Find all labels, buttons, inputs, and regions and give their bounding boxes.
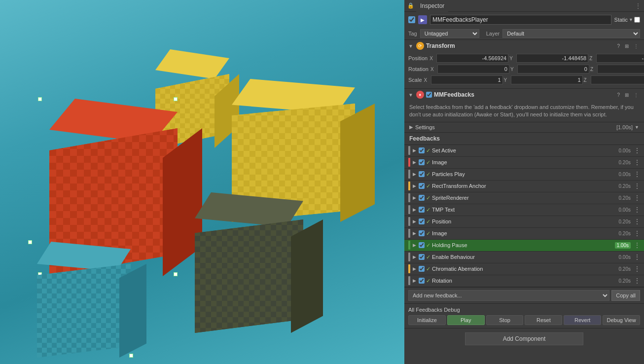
feedback-menu-icon[interactable]: ⋮	[634, 265, 640, 272]
feedback-item[interactable]: ▶ ✓ Holding Pause 1.00s ⋮	[404, 240, 644, 252]
feedback-item[interactable]: ▶ ✓ Position 0.20s ⋮	[404, 216, 644, 228]
feedback-menu-icon[interactable]: ⋮	[634, 230, 640, 237]
feedback-menu-icon[interactable]: ⋮	[634, 254, 640, 260]
feedback-checkbox[interactable]	[419, 230, 425, 236]
feedback-color-strip	[408, 170, 410, 179]
feedback-menu-icon[interactable]: ⋮	[634, 242, 640, 249]
dots-menu-icon[interactable]: ⋮	[635, 2, 641, 9]
feedback-item[interactable]: ▶ ✓ Enable Behaviour 0.00s ⋮	[404, 252, 644, 263]
reset-button[interactable]: Reset	[525, 315, 562, 325]
feedback-item[interactable]: ▶ ✓ Set Active 0.00s ⋮	[404, 145, 644, 157]
layer-select[interactable]: Default	[502, 29, 640, 38]
feedback-expand-icon[interactable]: ▶	[412, 160, 417, 165]
scale-x-input[interactable]	[431, 75, 503, 84]
feedback-menu-icon[interactable]: ⋮	[634, 206, 640, 213]
feedback-menu-icon[interactable]: ⋮	[634, 159, 640, 166]
play-button[interactable]: Play	[447, 315, 485, 325]
feedback-checkbox[interactable]	[419, 159, 425, 165]
mmfeedbacks-enabled-checkbox[interactable]	[426, 92, 432, 98]
mmfeedbacks-settings-btn[interactable]: ⊞	[623, 92, 630, 98]
feedback-checkbox[interactable]	[419, 278, 425, 284]
inspector-tab[interactable]: Inspector	[416, 0, 448, 12]
cube-teal[interactable]	[30, 242, 143, 360]
add-feedback-select[interactable]: Add new feedback...	[408, 290, 609, 301]
feedback-item[interactable]: ▶ ✓ Chromatic Aberration 0.20s ⋮	[404, 263, 644, 275]
feedback-expand-icon[interactable]: ▶	[412, 207, 417, 212]
pos-y-input[interactable]	[516, 54, 588, 63]
feedback-menu-icon[interactable]: ⋮	[634, 194, 640, 201]
rot-y-axis: Y	[510, 67, 516, 72]
stop-button[interactable]: Stop	[486, 315, 524, 325]
transform-fold-arrow: ▼	[408, 43, 413, 49]
feedback-expand-icon[interactable]: ▶	[412, 278, 417, 283]
feedback-expand-icon[interactable]: ▶	[412, 183, 417, 188]
add-component-button[interactable]: Add Component	[465, 332, 583, 345]
mmfeedbacks-menu-btn[interactable]: ⋮	[632, 92, 640, 98]
feedback-checkbox[interactable]	[419, 147, 425, 153]
settings-fold-icon: ▶	[409, 124, 413, 130]
revert-button[interactable]: Revert	[564, 315, 601, 325]
feedback-item[interactable]: ▶ ✓ Particles Play 0.00s ⋮	[404, 169, 644, 181]
feedback-menu-icon[interactable]: ⋮	[634, 277, 640, 284]
feedback-expand-icon[interactable]: ▶	[412, 255, 417, 259]
feedback-checkbox[interactable]	[419, 218, 425, 224]
feedback-expand-icon[interactable]: ▶	[412, 231, 417, 236]
feedback-item[interactable]: ▶ ✓ Rotation 0.20s ⋮	[404, 275, 644, 287]
feedback-checkmark-icon: ✓	[426, 183, 430, 189]
feedback-item[interactable]: ▶ ✓ RectTransform Anchor 0.20s ⋮	[404, 181, 644, 192]
feedback-item[interactable]: ▶ ✓ Image 0.20s ⋮	[404, 157, 644, 169]
object-name-input[interactable]	[430, 15, 611, 25]
initialize-button[interactable]: Initialize	[408, 315, 446, 325]
rot-x-input[interactable]	[437, 65, 509, 73]
feedback-checkbox[interactable]	[419, 266, 425, 272]
feedback-expand-icon[interactable]: ▶	[412, 219, 417, 224]
cube-face-side	[291, 219, 323, 333]
scale-z-input[interactable]	[591, 75, 644, 84]
feedback-checkbox[interactable]	[419, 207, 425, 213]
inspector-panel: 🔒 Inspector ⋮ ▶ Static ▼ Tag Untagged La…	[404, 0, 644, 364]
feedback-expand-icon[interactable]: ▶	[412, 195, 417, 200]
object-enabled-checkbox[interactable]	[408, 16, 415, 23]
tag-select[interactable]: Untagged	[420, 29, 479, 38]
transform-header[interactable]: ▼ ⟳ Transform ? ⊞ ⋮	[404, 40, 644, 52]
feedback-item[interactable]: ▶ ✓ SpriteRenderer 0.20s ⋮	[404, 192, 644, 204]
feedback-menu-icon[interactable]: ⋮	[634, 171, 640, 178]
feedback-menu-icon[interactable]: ⋮	[634, 182, 640, 189]
feedback-expand-icon[interactable]: ▶	[412, 243, 417, 248]
rotation-fields: X Y Z	[430, 65, 644, 73]
transform-settings-btn[interactable]: ⊞	[623, 43, 630, 49]
tag-label: Tag	[408, 31, 417, 36]
feedback-expand-icon[interactable]: ▶	[412, 266, 417, 271]
settings-row[interactable]: ▶ Settings [1.00s] ▼	[404, 122, 644, 133]
transform-menu-btn[interactable]: ⋮	[632, 43, 640, 49]
feedback-item[interactable]: ▶ ✓ TMP Text 0.00s ⋮	[404, 204, 644, 216]
feedback-checkbox[interactable]	[419, 183, 425, 189]
mmfeedbacks-help-btn[interactable]: ?	[615, 92, 621, 98]
debug-title: All Feedbacks Debug	[408, 307, 640, 313]
feedback-expand-icon[interactable]: ▶	[412, 148, 417, 153]
feedback-menu-icon[interactable]: ⋮	[634, 147, 640, 154]
feedback-checkbox[interactable]	[419, 171, 425, 177]
pos-x-input[interactable]	[436, 54, 508, 63]
feedback-menu-icon[interactable]: ⋮	[634, 218, 640, 225]
feedback-checkbox[interactable]	[419, 254, 425, 260]
debug-view-button[interactable]: Debug View	[603, 315, 640, 325]
transform-help-btn[interactable]: ?	[615, 43, 621, 49]
mmfeedbacks-header[interactable]: ▼ ♦ MMFeedbacks ? ⊞ ⋮	[404, 89, 644, 101]
feedback-checkbox[interactable]	[419, 195, 425, 201]
static-checkbox[interactable]	[634, 17, 640, 23]
rotation-label: Rotation	[408, 66, 429, 72]
rot-y-input[interactable]	[517, 65, 589, 73]
mmfeedbacks-fold-arrow: ▼	[408, 92, 413, 98]
feedback-item[interactable]: ▶ ✓ Image 0.20s ⋮	[404, 228, 644, 240]
cube-dark[interactable]	[187, 192, 321, 340]
feedback-time: 1.00s	[615, 242, 631, 249]
pos-z-input[interactable]	[596, 54, 644, 63]
feedback-checkbox[interactable]	[419, 242, 425, 248]
rot-z-input[interactable]	[597, 65, 644, 73]
scale-y-input[interactable]	[511, 75, 583, 84]
static-dropdown-arrow[interactable]: ▼	[629, 17, 633, 22]
cube-face-top	[155, 49, 229, 79]
feedback-expand-icon[interactable]: ▶	[412, 172, 417, 177]
copy-all-button[interactable]: Copy all	[611, 290, 640, 301]
